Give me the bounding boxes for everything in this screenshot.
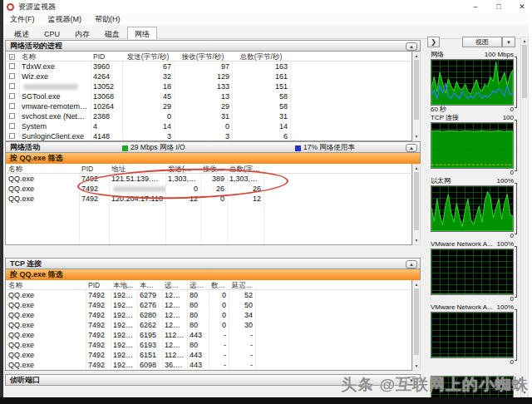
tab-CPU[interactable]: CPU [37,27,67,40]
tab-概述[interactable]: 概述 [7,27,37,40]
col-remote-addr[interactable]: 远程... [162,280,187,290]
processes-header-row[interactable]: 名称 PID 发送(字节/秒) 接收(字节/秒) 总数(字节/秒) [5,52,412,62]
row-checkbox [6,91,19,101]
table-row[interactable]: vmware-remotemks.exe10264292958 [6,101,411,111]
processes-scrollbar[interactable]: ▲ ▼ [412,52,421,141]
pid: 7492 [86,340,111,350]
recv: 31 [174,111,232,121]
col-name[interactable]: 名称 [6,280,86,290]
pid: 13068 [91,91,122,101]
graph-scale-label: 100% [497,303,514,312]
scroll-up-icon[interactable]: ▲ [413,52,420,60]
process-name: QQ.exe [6,174,79,184]
recv: 133 [174,81,232,91]
bottom-strip [0,397,532,404]
menu-item[interactable]: 帮助(H) [93,14,122,25]
latency: - [229,330,255,340]
remote-address: 121.5... [162,300,187,310]
col-local-port[interactable]: 本地... [137,280,162,290]
latency: - [229,350,255,360]
graph-zero-label: 0 [510,169,514,176]
local-port: 6098 [137,360,162,370]
graph-scale-label: 100% [497,176,514,185]
close-button[interactable]: ✕ [517,2,527,11]
col-local-addr[interactable]: 本地... [111,280,137,290]
minimize-button[interactable]: – [470,2,480,11]
remote-address: 121.5... [162,320,187,330]
scrollbar-thumb[interactable] [414,172,419,230]
latency: - [229,360,255,370]
col-name[interactable]: 名称 [19,52,91,62]
tcp-filter-bar[interactable]: 按 QQ.exe 筛选 [5,269,421,280]
menu-item[interactable]: 监视器(M) [47,14,84,25]
col-send[interactable]: 发送(字节/秒) [122,52,174,62]
maximize-button[interactable]: □ [494,2,504,11]
recv: 97 [174,62,232,71]
process-name: QQ.exe [6,184,79,194]
col-remote-port[interactable]: 远程... [187,280,209,290]
scroll-down-icon[interactable]: ▼ [413,362,420,370]
latency: 30 [229,320,255,330]
col-latency[interactable]: 延迟... [229,280,255,290]
collapse-chevron-icon[interactable]: ▲ [406,144,417,152]
section-activity-header[interactable]: 网络活动 ▲ 29 Mbps 网络 I/O17% 网络使用率 [5,141,421,153]
scroll-up-icon[interactable]: ▲ [413,281,420,288]
scroll-down-icon[interactable]: ▼ [413,237,420,244]
col-recv[interactable]: 接收(字节/秒) [174,52,232,62]
chevron-down-icon[interactable]: ▼ [502,37,515,47]
menu-item[interactable]: 文件(F) [8,14,37,25]
tcp-table: QQ.exe7492192.1...6279121.5...80052QQ.ex… [5,290,412,371]
collapse-chevron-icon[interactable]: ▲ [406,260,417,269]
pid: 7492 [86,300,111,310]
col-pid[interactable]: PID [86,280,111,290]
scroll-up-icon[interactable]: ▲ [521,37,528,45]
legend-item: 29 Mbps 网络 I/O [122,142,185,154]
activity-scrollbar[interactable]: ▲ ▼ [412,164,421,245]
process-name: QQ.exe [6,350,86,360]
tcp-scrollbar[interactable]: ▲ ▼ [412,280,421,371]
table-row[interactable]: Wiz.exe426432129161 [6,71,411,81]
process-name: vmware-remotemks.exe [19,101,91,111]
col-total[interactable]: 总数(字节/秒) [232,52,290,62]
send: 14 [122,121,174,131]
legend-item: 17% 网络使用率 [295,142,355,154]
row-checkbox [6,121,19,131]
tcp-header-row[interactable]: 名称 PID 本地... 本地... 远程... 远程... 数量... 延迟.… [5,280,412,290]
scrollbar-thumb[interactable] [414,288,419,355]
tab-内存[interactable]: 内存 [67,27,97,40]
table-row[interactable]: TdxW.exe39606797163 [6,62,411,71]
tab-网络[interactable]: 网络 [127,27,157,40]
col-loss[interactable]: 数量... [209,280,229,290]
tab-磁盘[interactable]: 磁盘 [97,27,127,40]
table-row[interactable]: SGTool.exe13068451358 [6,91,411,101]
remote-port: 443 [187,330,209,340]
col-pid[interactable]: PID [91,52,122,62]
activity-filter-bar[interactable]: 按 QQ.exe 筛选 [5,153,421,164]
local-address: 192.1... [111,310,137,320]
scrollbar-thumb[interactable] [522,45,527,98]
scroll-down-icon[interactable]: ▼ [413,133,420,140]
view-button[interactable]: 视图 ▼ [462,37,516,47]
scroll-up-icon[interactable]: ▲ [413,165,420,172]
section-processes-header[interactable]: 网络活动的进程 ▲ [5,40,421,52]
section-tcp-header[interactable]: TCP 连接 ▲ [5,258,421,269]
graph-plot [431,122,514,169]
col-name[interactable]: 名称 [6,164,79,174]
pid: 7492 [86,360,111,370]
graph-zero-label: 0 [510,295,514,303]
process-name: QQ.exe [6,340,86,350]
col-pid[interactable]: PID [79,164,109,174]
graph-scale-label: 100 Mbps [485,50,514,59]
collapse-chevron-icon[interactable]: ▲ [406,42,417,51]
watermark: 头条 @互联网上的小蜘蛛 [341,374,529,396]
table-row[interactable]: SunloginClient.exe4148336 [6,131,411,141]
select-all-checkbox[interactable] [6,52,19,62]
sidebar-scrollbar[interactable]: ▲ ▼ [520,37,529,397]
table-row[interactable]: svchost.exe (NetworkServic...238803131 [6,111,411,121]
table-row[interactable]: System414014 [6,121,411,131]
view-button-label[interactable]: 视图 [462,37,502,47]
table-row[interactable]: 1305218133151 [6,81,411,91]
pid: 4264 [91,71,122,81]
scrollbar-thumb[interactable] [414,60,419,120]
sidebar-expand-button[interactable]: ❯ [427,37,440,47]
